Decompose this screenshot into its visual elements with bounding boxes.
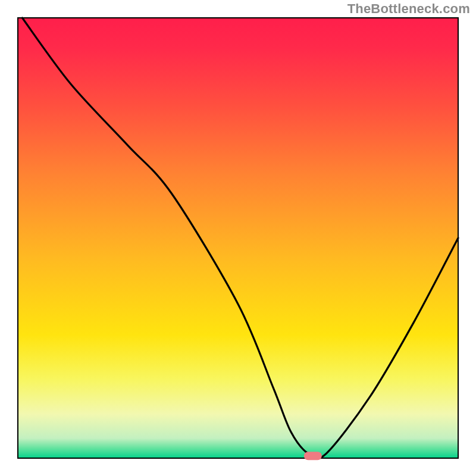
plot-background [18, 18, 458, 458]
chart-frame: TheBottleneck.com [0, 0, 476, 476]
optimal-marker [304, 452, 322, 460]
watermark-text: TheBottleneck.com [347, 1, 470, 17]
bottleneck-chart [0, 0, 476, 476]
